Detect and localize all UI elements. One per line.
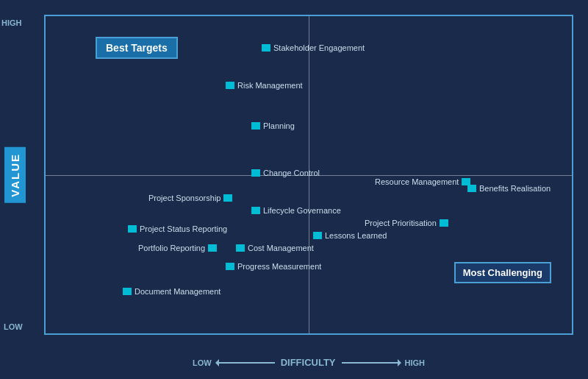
data-point-document-management: Document Management <box>123 287 220 296</box>
label-change-control: Change Control <box>263 169 320 177</box>
label-stakeholder-engagement: Stakeholder Engagement <box>273 43 365 52</box>
x-axis-arrow: DIFFICULTY <box>216 357 401 368</box>
dot-change-control <box>251 169 260 177</box>
label-progress-measurement: Progress Measurement <box>237 262 321 271</box>
dot-progress-measurement <box>226 263 234 270</box>
dot-project-prioritisation <box>440 219 448 227</box>
x-axis-left-arrow <box>216 362 275 364</box>
chart-area: Best Targets Most Challenging Stakeholde… <box>44 15 573 335</box>
data-point-lessons-learned: Lessons Learned <box>313 231 387 240</box>
data-point-planning: Planning <box>251 121 295 130</box>
label-project-prioritisation: Project Prioritisation <box>365 219 437 227</box>
data-point-project-prioritisation: Project Prioritisation <box>365 219 448 227</box>
chart-container: VALUE HIGH LOW Best Targets Most Challen… <box>0 0 588 379</box>
dot-stakeholder-engagement <box>262 44 270 52</box>
dot-portfolio-reporting <box>208 244 217 252</box>
dot-planning <box>251 122 260 130</box>
y-axis-label: VALUE <box>4 147 26 203</box>
label-project-status-reporting: Project Status Reporting <box>140 224 227 233</box>
data-point-stakeholder-engagement: Stakeholder Engagement <box>262 43 365 52</box>
dot-lifecycle-governance <box>251 207 260 214</box>
y-axis-low-label: LOW <box>4 322 23 331</box>
data-point-resource-management: Resource Management <box>375 177 470 186</box>
dot-cost-management <box>236 244 245 252</box>
label-risk-management: Risk Management <box>237 81 303 90</box>
dot-risk-management <box>226 82 234 89</box>
dot-benefits-realisation <box>467 185 476 192</box>
label-portfolio-reporting: Portfolio Reporting <box>138 244 205 252</box>
data-point-progress-measurement: Progress Measurement <box>226 262 321 271</box>
x-axis-right-arrow <box>342 362 401 364</box>
y-axis-high-label: HIGH <box>1 18 22 27</box>
label-lifecycle-governance: Lifecycle Governance <box>263 206 341 215</box>
label-resource-management: Resource Management <box>375 177 459 186</box>
dot-project-status-reporting <box>128 225 137 233</box>
label-benefits-realisation: Benefits Realisation <box>479 184 551 193</box>
label-cost-management: Cost Management <box>248 244 314 252</box>
data-point-project-status-reporting: Project Status Reporting <box>128 224 227 233</box>
label-lessons-learned: Lessons Learned <box>325 231 387 240</box>
x-axis-label: DIFFICULTY <box>281 357 336 368</box>
dot-project-sponsorship <box>223 194 232 202</box>
label-document-management: Document Management <box>135 287 220 296</box>
y-axis: VALUE <box>0 15 29 335</box>
label-project-sponsorship: Project Sponsorship <box>148 194 220 202</box>
data-point-project-sponsorship: Project Sponsorship <box>148 194 232 202</box>
dot-document-management <box>123 288 132 295</box>
label-planning: Planning <box>263 121 295 130</box>
most-challenging-label: Most Challenging <box>454 262 551 283</box>
data-point-lifecycle-governance: Lifecycle Governance <box>251 206 341 215</box>
data-point-cost-management: Cost Management <box>236 244 314 252</box>
x-axis-low-label: LOW <box>193 358 212 367</box>
data-point-risk-management: Risk Management <box>226 81 303 90</box>
data-point-portfolio-reporting: Portfolio Reporting <box>138 244 217 252</box>
data-point-benefits-realisation: Benefits Realisation <box>467 184 551 193</box>
data-point-change-control: Change Control <box>251 169 320 177</box>
best-targets-label: Best Targets <box>96 37 178 59</box>
x-axis: LOW DIFFICULTY HIGH <box>44 357 573 368</box>
x-axis-high-label: HIGH <box>405 358 426 367</box>
dot-lessons-learned <box>313 232 322 239</box>
